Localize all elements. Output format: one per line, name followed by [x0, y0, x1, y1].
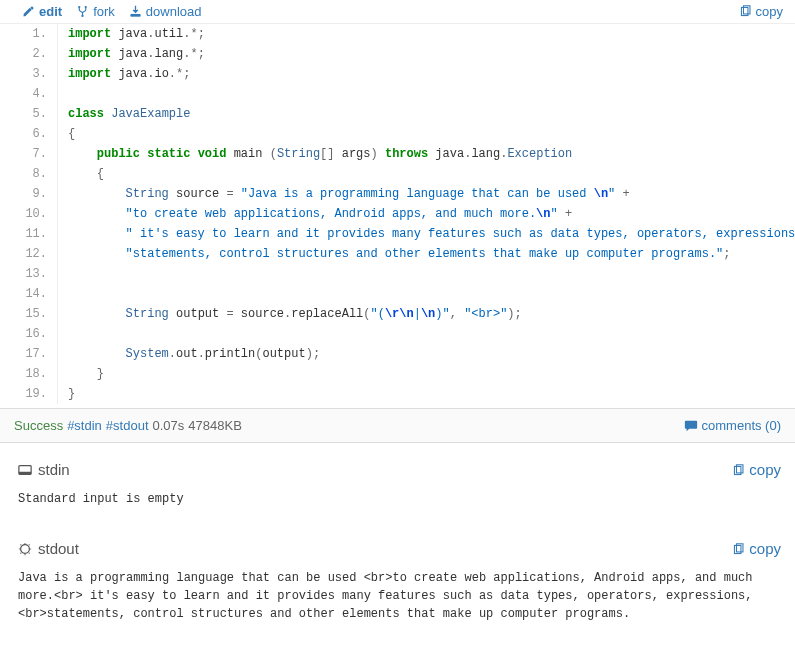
line-number: 6. — [0, 124, 58, 144]
code-row: 8. { — [0, 164, 795, 184]
code-row: 10. "to create web applications, Android… — [0, 204, 795, 224]
code-line[interactable] — [58, 264, 795, 284]
comments-link[interactable]: comments (0) — [684, 418, 781, 433]
line-number: 11. — [0, 224, 58, 244]
line-number: 8. — [0, 164, 58, 184]
copy-stdout-link[interactable]: copy — [732, 540, 781, 557]
code-row: 15. String output = source.replaceAll("(… — [0, 304, 795, 324]
fork-link[interactable]: fork — [76, 4, 115, 19]
stdin-anchor-link[interactable]: #stdin — [67, 418, 102, 433]
stdin-icon — [18, 463, 31, 476]
status-left: Success #stdin #stdout 0.07s 47848KB — [14, 418, 242, 433]
line-number: 13. — [0, 264, 58, 284]
edit-label: edit — [39, 4, 62, 19]
svg-rect-7 — [19, 472, 31, 475]
stdout-icon — [18, 542, 31, 555]
copy-stdin-label: copy — [749, 461, 781, 478]
code-line[interactable]: { — [58, 164, 795, 184]
line-number: 17. — [0, 344, 58, 364]
code-line[interactable]: class JavaExample — [58, 104, 795, 124]
code-line[interactable]: } — [58, 364, 795, 384]
line-number: 16. — [0, 324, 58, 344]
code-row: 18. } — [0, 364, 795, 384]
line-number: 2. — [0, 44, 58, 64]
download-label: download — [146, 4, 202, 19]
copy-icon — [732, 463, 745, 476]
line-number: 18. — [0, 364, 58, 384]
line-number: 9. — [0, 184, 58, 204]
code-line[interactable]: { — [58, 124, 795, 144]
code-line[interactable]: "statements, control structures and othe… — [58, 244, 795, 264]
edit-icon — [22, 5, 35, 18]
toolbar: edit fork download copy — [0, 0, 795, 24]
copy-label: copy — [756, 4, 783, 19]
code-line[interactable]: String source = "Java is a programming l… — [58, 184, 795, 204]
comments-label: comments (0) — [702, 418, 781, 433]
code-row: 13. — [0, 264, 795, 284]
code-line[interactable] — [58, 84, 795, 104]
code-line[interactable]: "to create web applications, Android app… — [58, 204, 795, 224]
code-row: 14. — [0, 284, 795, 304]
stdin-body: Standard input is empty — [0, 484, 795, 522]
code-row: 2.import java.lang.*; — [0, 44, 795, 64]
line-number: 4. — [0, 84, 58, 104]
svg-point-1 — [85, 6, 87, 8]
status-bar: Success #stdin #stdout 0.07s 47848KB com… — [0, 408, 795, 443]
line-number: 14. — [0, 284, 58, 304]
line-number: 5. — [0, 104, 58, 124]
line-number: 3. — [0, 64, 58, 84]
comment-icon — [684, 419, 697, 432]
code-row: 19.} — [0, 384, 795, 404]
edit-link[interactable]: edit — [22, 4, 62, 19]
code-row: 12. "statements, control structures and … — [0, 244, 795, 264]
line-number: 1. — [0, 24, 58, 44]
stdin-title: stdin — [38, 461, 70, 478]
copy-icon — [739, 5, 752, 18]
stdout-body: Java is a programming language that can … — [0, 563, 795, 637]
copy-icon — [732, 542, 745, 555]
code-editor[interactable]: 1.import java.util.*;2.import java.lang.… — [0, 24, 795, 404]
code-row: 7. public static void main (String[] arg… — [0, 144, 795, 164]
stdout-title: stdout — [38, 540, 79, 557]
line-number: 19. — [0, 384, 58, 404]
code-row: 4. — [0, 84, 795, 104]
stdout-anchor-link[interactable]: #stdout — [106, 418, 149, 433]
status-success: Success — [14, 418, 63, 433]
code-row: 11. " it's easy to learn and it provides… — [0, 224, 795, 244]
line-number: 7. — [0, 144, 58, 164]
code-row: 5.class JavaExample — [0, 104, 795, 124]
code-line[interactable]: import java.util.*; — [58, 24, 795, 44]
toolbar-left: edit fork download — [22, 4, 201, 19]
code-line[interactable]: " it's easy to learn and it provides man… — [58, 224, 795, 244]
code-line[interactable]: import java.io.*; — [58, 64, 795, 84]
code-row: 1.import java.util.*; — [0, 24, 795, 44]
code-line[interactable]: public static void main (String[] args) … — [58, 144, 795, 164]
code-row: 6.{ — [0, 124, 795, 144]
fork-label: fork — [93, 4, 115, 19]
svg-point-0 — [78, 6, 80, 8]
stdin-header: stdin copy — [0, 443, 795, 484]
code-row: 9. String source = "Java is a programmin… — [0, 184, 795, 204]
code-line[interactable]: import java.lang.*; — [58, 44, 795, 64]
copy-stdin-link[interactable]: copy — [732, 461, 781, 478]
svg-point-10 — [21, 545, 30, 554]
code-line[interactable] — [58, 324, 795, 344]
code-line[interactable] — [58, 284, 795, 304]
copy-code-link[interactable]: copy — [739, 4, 783, 19]
code-row: 16. — [0, 324, 795, 344]
status-time: 0.07s — [153, 418, 185, 433]
svg-point-2 — [81, 15, 83, 17]
stdout-header: stdout copy — [0, 522, 795, 563]
line-number: 10. — [0, 204, 58, 224]
code-line[interactable]: } — [58, 384, 795, 404]
fork-icon — [76, 5, 89, 18]
svg-rect-3 — [130, 14, 140, 16]
status-memory: 47848KB — [188, 418, 242, 433]
download-icon — [129, 5, 142, 18]
line-number: 12. — [0, 244, 58, 264]
code-row: 3.import java.io.*; — [0, 64, 795, 84]
code-row: 17. System.out.println(output); — [0, 344, 795, 364]
download-link[interactable]: download — [129, 4, 202, 19]
code-line[interactable]: String output = source.replaceAll("(\r\n… — [58, 304, 795, 324]
code-line[interactable]: System.out.println(output); — [58, 344, 795, 364]
